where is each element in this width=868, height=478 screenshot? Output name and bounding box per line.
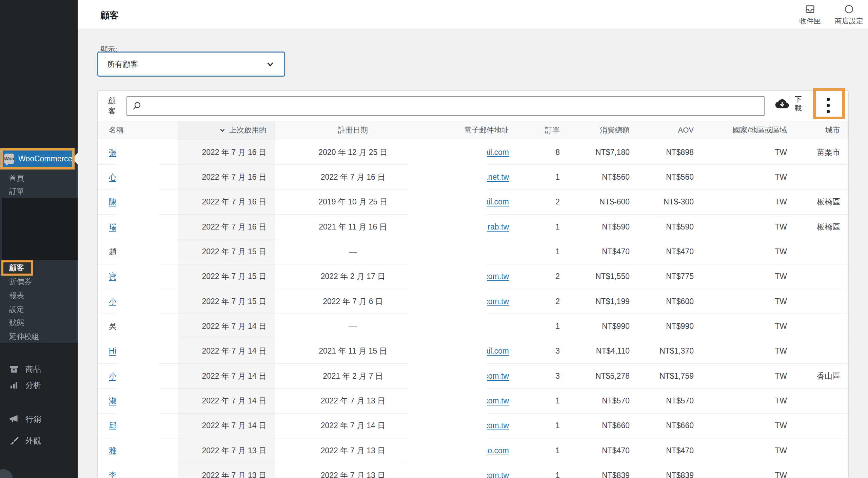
aov-value: NT$898 — [634, 140, 695, 164]
column-header-7[interactable]: 國家/地區或區域 — [695, 121, 790, 140]
registered-date: 2022 年 7 月 13 日 — [275, 463, 431, 478]
last-active: 2022 年 7 月 14 日 — [178, 314, 275, 338]
country-code: TW — [695, 314, 790, 338]
total-spend: NT$1,550 — [563, 264, 634, 289]
registered-date: 2022 年 7 月 13 日 — [275, 438, 431, 463]
customer-name-link[interactable]: 張 — [109, 147, 117, 158]
sidebar-item-extensions[interactable]: 延伸模組 — [0, 330, 78, 343]
sidebar-item-settings[interactable]: 設定 — [0, 303, 78, 316]
sidebar-item-customers[interactable]: 顧客 — [0, 261, 78, 275]
registered-date-text: 2022 年 7 月 16 日 — [321, 172, 386, 182]
sidebar-item-home[interactable]: 首頁 — [0, 172, 78, 185]
registered-date-text: 2019 年 10 月 25 日 — [318, 197, 387, 207]
customer-email-link[interactable]: ail.com — [484, 148, 509, 157]
country-code: TW — [695, 264, 790, 289]
city-name — [790, 463, 849, 478]
sidebar-redacted-block — [2, 198, 78, 260]
customer-name-link[interactable]: Hi — [109, 346, 116, 356]
aov-value: NT$990 — [634, 314, 695, 338]
sidebar-item-reports[interactable]: 報表 — [0, 289, 78, 302]
customer-email-link[interactable]: ail.com — [484, 346, 509, 356]
orders-count-text: 1 — [555, 222, 560, 232]
aov-value-text: NT$600 — [666, 297, 694, 306]
sidebar-item-woocommerce[interactable]: Woo WooCommerce — [0, 151, 72, 167]
customer-name-link[interactable]: 寶 — [109, 271, 117, 282]
total-spend-text: NT$470 — [602, 247, 630, 256]
city-name — [790, 438, 849, 463]
sidebar-item-marketing[interactable]: 行銷 — [0, 410, 78, 428]
orders-count: 2 — [516, 289, 563, 314]
sidebar-item-status[interactable]: 狀態 — [0, 316, 78, 330]
orders-count: 2 — [516, 264, 563, 289]
city-name — [790, 389, 849, 413]
customer-name-link[interactable]: 淑 — [109, 396, 117, 406]
more-options-kebab-button[interactable] — [821, 95, 836, 116]
city-name-text: 板橋區 — [817, 222, 840, 232]
customer-email-link[interactable]: com.tw — [484, 471, 509, 478]
customer-email-link[interactable]: l.net.tw — [484, 173, 509, 182]
chevron-down-icon — [265, 59, 275, 69]
last-active: 2022 年 7 月 16 日 — [178, 165, 275, 189]
customer-name-link[interactable]: 陳 — [109, 197, 117, 207]
orders-count-text: 2 — [555, 197, 560, 206]
customer-name-link[interactable]: 心 — [109, 172, 117, 182]
country-code: TW — [695, 364, 790, 388]
customer-name-link[interactable]: 李 — [109, 470, 117, 478]
sidebar-item-products[interactable]: 商品 — [0, 360, 78, 378]
registered-date: — — [275, 239, 431, 264]
aov-value: NT$570 — [634, 389, 695, 413]
aov-value-text: NT$898 — [666, 148, 694, 157]
total-spend-text: NT$570 — [602, 396, 630, 405]
column-header-2[interactable]: 註冊日期 — [275, 121, 431, 140]
table-header-row: 名稱上次啟用的註冊日期電子郵件地址訂單消費總額AOV國家/地區或區域城市 — [98, 121, 849, 140]
sidebar-item-analytics[interactable]: 分析 — [0, 376, 78, 394]
country-code-text: TW — [775, 471, 787, 478]
column-header-5[interactable]: 消費總額 — [563, 121, 634, 140]
download-button[interactable]: 下載 — [774, 95, 803, 113]
country-code: TW — [695, 463, 790, 478]
city-name — [790, 264, 849, 289]
country-code-text: TW — [775, 446, 787, 455]
column-header-6[interactable]: AOV — [634, 121, 695, 140]
column-header-4[interactable]: 訂單 — [516, 121, 563, 140]
last-active-text: 2022 年 7 月 16 日 — [202, 197, 267, 207]
customer-email-link[interactable]: com.tw — [484, 396, 509, 405]
city-name — [790, 289, 849, 314]
last-active-text: 2022 年 7 月 16 日 — [202, 172, 267, 182]
customer-email-link[interactable]: com.tw — [484, 272, 509, 281]
sidebar-item-orders[interactable]: 訂單 — [0, 185, 78, 198]
customer-email-link[interactable]: com.tw — [484, 421, 509, 430]
sidebar-item-appearance[interactable]: 外觀 — [0, 432, 78, 450]
aov-value: NT$600 — [634, 289, 695, 314]
city-name: 板橋區 — [790, 190, 849, 214]
inbox-button[interactable]: 收件匣 — [793, 4, 827, 26]
store-setup-button[interactable]: 商店設定 — [830, 4, 868, 26]
customer-name-link[interactable]: 小 — [109, 371, 117, 381]
registered-date: 2021 年 2 月 7 日 — [275, 364, 431, 388]
customer-email-link[interactable]: no.com — [484, 446, 509, 455]
customer-name-link[interactable]: 瑞 — [109, 222, 117, 232]
customer-name-link[interactable]: 小 — [109, 296, 117, 307]
sidebar-item-coupons[interactable]: 折價券 — [0, 275, 78, 288]
column-header-0[interactable]: 名稱 — [98, 121, 178, 140]
aov-value-text: NT$470 — [666, 247, 694, 256]
aov-value-text: NT$839 — [666, 471, 694, 478]
search-input[interactable] — [126, 96, 765, 116]
country-code: TW — [695, 389, 790, 413]
column-header-1[interactable]: 上次啟用的 — [178, 121, 275, 140]
column-header-8[interactable]: 城市 — [790, 121, 849, 140]
products-box-icon — [9, 364, 19, 374]
inbox-icon — [804, 4, 816, 15]
customer-filter-select[interactable]: 所有顧客 — [97, 52, 285, 77]
customer-name-link[interactable]: 雅 — [109, 445, 117, 456]
column-header-3[interactable]: 電子郵件地址 — [431, 121, 516, 140]
registered-date: 2022 年 7 月 13 日 — [275, 389, 431, 413]
last-active: 2022 年 7 月 14 日 — [178, 339, 275, 363]
customer-email-link[interactable]: com.tw — [484, 372, 509, 381]
customer-email-link[interactable]: ail.com — [484, 197, 509, 206]
customer-email-link[interactable]: com.tw — [484, 297, 509, 306]
brush-icon — [9, 436, 19, 446]
last-active-text: 2022 年 7 月 13 日 — [202, 445, 267, 456]
customer-name-link[interactable]: 邱 — [109, 420, 117, 431]
aov-value: NT$1,370 — [634, 339, 695, 363]
